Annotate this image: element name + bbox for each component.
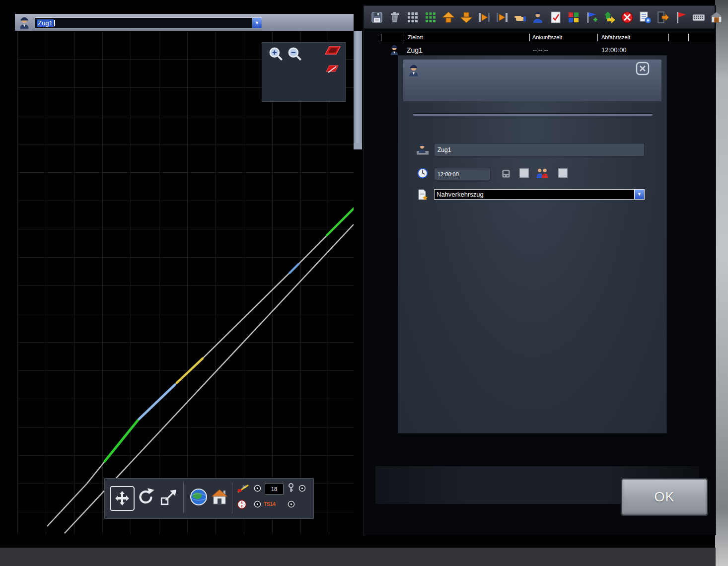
conductor-icon xyxy=(18,15,31,30)
insert-after-icon[interactable] xyxy=(495,10,509,24)
timetable-header: Zielort Ankunftszeit Abfahrtszeit xyxy=(379,33,715,42)
radio-gradient[interactable] xyxy=(254,485,261,492)
driver-card-icon xyxy=(416,143,429,156)
divider xyxy=(183,483,184,513)
ok-button[interactable]: OK xyxy=(622,479,707,515)
track-block-green xyxy=(105,420,138,461)
pattern-icon[interactable] xyxy=(567,10,581,24)
train-select-bar: Zug1 ▼ xyxy=(15,14,354,31)
route-shape-icon[interactable] xyxy=(322,44,343,57)
route-flag-icon[interactable] xyxy=(584,10,598,24)
row-arrival-time: --:--:-- xyxy=(533,47,548,54)
train-icon xyxy=(501,169,511,179)
cancel-icon[interactable] xyxy=(620,10,634,24)
row-down-icon[interactable] xyxy=(459,10,473,24)
radio-key[interactable] xyxy=(298,485,306,492)
track-block-green-top xyxy=(327,209,354,235)
ts-label: TS14 xyxy=(264,501,276,507)
train-properties-dialog: Zug1 12:00:00 xyxy=(398,55,667,433)
chevron-down-icon: ▼ xyxy=(637,192,642,197)
driver-icon[interactable] xyxy=(531,10,545,24)
grid-icon[interactable] xyxy=(406,10,420,24)
conductor-icon xyxy=(389,43,400,56)
row-up-icon[interactable] xyxy=(441,10,455,24)
window-edge xyxy=(354,31,362,144)
insert-before-icon[interactable] xyxy=(477,10,491,24)
track-block-blue xyxy=(139,385,175,419)
globe-icon[interactable] xyxy=(189,488,208,506)
column-header-abfahrtszeit: Abfahrtszeit xyxy=(601,34,630,40)
track-block-blue-small xyxy=(290,264,298,273)
column-header-ankunftszeit: Ankunftszeit xyxy=(532,34,562,40)
delete-icon[interactable] xyxy=(388,10,402,24)
key-icon xyxy=(288,483,294,494)
save-icon[interactable] xyxy=(370,10,384,24)
zoom-panel xyxy=(262,42,346,102)
value-box[interactable]: 18 xyxy=(265,484,284,495)
timetable-toolbar xyxy=(364,6,715,29)
radio-compass[interactable] xyxy=(254,500,261,508)
map-toolbar: 30 18 TS14 xyxy=(104,478,314,519)
gradient-icon: 30 xyxy=(237,484,250,494)
depot-icon[interactable] xyxy=(710,10,724,24)
track-layout xyxy=(17,31,354,534)
pan-mode-button[interactable] xyxy=(110,486,135,511)
dropdown-button[interactable]: ▼ xyxy=(634,190,644,199)
jump-to-icon[interactable] xyxy=(159,488,178,506)
background-scenery xyxy=(715,0,728,566)
rotate-icon[interactable] xyxy=(136,486,156,508)
zoom-out-icon[interactable] xyxy=(286,46,304,64)
departure-time-field[interactable]: 12:00:00 xyxy=(434,168,491,180)
column-separator xyxy=(597,34,598,41)
flag-red-icon[interactable] xyxy=(674,10,688,24)
divider xyxy=(232,483,232,513)
column-separator xyxy=(529,34,530,41)
move-icon xyxy=(114,490,131,507)
hand-icon[interactable] xyxy=(513,10,527,24)
compass-icon xyxy=(237,499,247,509)
nav-arrows-icon[interactable] xyxy=(602,10,616,24)
train-option-checkbox[interactable] xyxy=(519,168,529,178)
route-edit-icon[interactable] xyxy=(324,63,341,74)
exit-icon[interactable] xyxy=(656,10,670,24)
clock-icon xyxy=(417,168,428,179)
row-train-name: Zug1 xyxy=(407,46,423,54)
column-header-zielort: Zielort xyxy=(408,34,423,40)
conductor-icon xyxy=(407,63,420,77)
dialog-header xyxy=(403,60,661,101)
copy-plan-icon[interactable] xyxy=(638,10,652,24)
train-name-field[interactable]: Zug1 xyxy=(434,143,645,156)
check-edit-icon[interactable] xyxy=(549,10,563,24)
row-departure-time: 12:00:00 xyxy=(601,46,627,54)
train-select-combobox[interactable]: Zug1 ▼ xyxy=(35,17,262,28)
keyboard-icon[interactable] xyxy=(692,10,706,24)
passengers-option-checkbox[interactable] xyxy=(558,168,568,178)
track-block-yellow xyxy=(177,358,203,383)
divider xyxy=(413,113,653,116)
close-icon xyxy=(636,62,650,75)
zoom-in-icon[interactable] xyxy=(267,46,285,64)
column-separator xyxy=(688,34,689,41)
combobox-value[interactable]: Zug1 xyxy=(35,18,252,28)
schedule-type-icon xyxy=(416,189,428,201)
radio-ts[interactable] xyxy=(288,500,295,508)
home-icon[interactable] xyxy=(210,488,229,506)
gradient-value: 30 xyxy=(242,485,246,489)
column-separator xyxy=(668,34,669,41)
app-window: Zug1 ▼ xyxy=(0,0,728,566)
passengers-icon xyxy=(535,168,549,179)
grid-colored-icon[interactable] xyxy=(424,10,437,24)
train-type-dropdown[interactable]: Nahverkehrszug ▼ xyxy=(434,189,645,200)
timetable-window: Zielort Ankunftszeit Abfahrtszeit Zug1 -… xyxy=(364,5,716,535)
taskbar-band xyxy=(0,548,716,566)
combobox-dropdown-button[interactable]: ▼ xyxy=(252,18,262,28)
close-button[interactable] xyxy=(636,62,650,75)
text-caret xyxy=(54,20,55,26)
column-separator xyxy=(404,34,404,41)
chevron-down-icon: ▼ xyxy=(255,21,259,25)
column-separator xyxy=(381,34,381,41)
combobox-selected-text: Zug1 xyxy=(37,19,54,27)
train-type-value: Nahverkehrszug xyxy=(435,190,634,199)
track-map-canvas[interactable] xyxy=(17,31,354,534)
